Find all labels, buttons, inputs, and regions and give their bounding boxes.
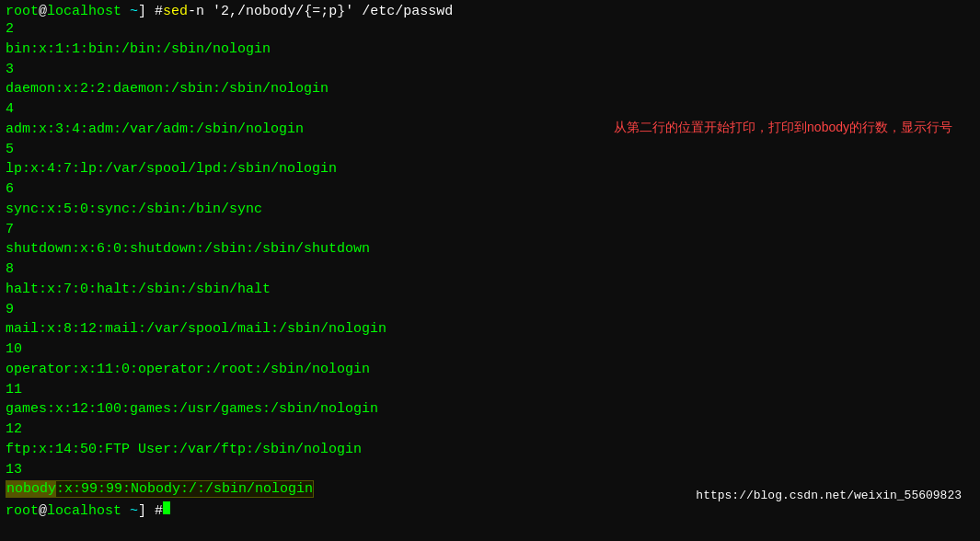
line-8-num: 8 [6,259,974,280]
prompt-user: root [6,4,39,19]
output-block: 2 bin:x:1:1:bin:/bin:/sbin/nologin 3 dae… [6,19,974,500]
blog-link[interactable]: https://blog.csdn.net/weixin_55609823 [696,489,962,502]
last-prompt-hash: ] # [138,503,163,519]
line-4-num: 4 [6,99,974,120]
annotation-text: 从第二行的位置开始打印，打印到nobody的行数，显示行号 [614,120,952,136]
line-7-num: 7 [6,220,974,240]
nobody-rest: :x:99:99:Nobody:/:/sbin/nologin [56,481,313,497]
line-2-num: 2 [6,19,974,40]
line-3-content: daemon:x:2:2:daemon:/sbin:/sbin/nologin [6,79,974,99]
command-prompt-line: root @ localhost ~ ] # sed -n '2,/nobody… [6,4,974,19]
line-13-num: 13 [6,460,974,480]
line-10-content: operator:x:11:0:operator:/root:/sbin/nol… [6,360,974,380]
last-prompt-line: root @ localhost ~ ] # [6,501,974,519]
nobody-highlighted-line: nobody:x:99:99:Nobody:/:/sbin/nologin [6,480,314,498]
prompt-space [121,4,130,19]
prompt-at: @ [39,4,47,19]
line-12-content: ftp:x:14:50:FTP User:/var/ftp:/sbin/nolo… [6,440,974,460]
line-9-content: mail:x:8:12:mail:/var/spool/mail:/sbin/n… [6,319,974,340]
line-5-content: lp:x:4:7:lp:/var/spool/lpd:/sbin/nologin [6,159,974,179]
prompt-host: localhost [47,4,121,19]
line-9-num: 9 [6,300,974,320]
cmd-sed: sed [163,4,188,19]
line-2-content: bin:x:1:1:bin:/bin:/sbin/nologin [6,40,974,60]
prompt-tilde: ~ [130,4,138,19]
line-10-num: 10 [6,340,974,360]
last-prompt-host: localhost [47,503,121,519]
line-3-num: 3 [6,60,974,80]
line-6-content: sync:x:5:0:sync:/sbin:/bin/sync [6,200,974,220]
last-prompt-space [121,503,130,519]
line-7-content: shutdown:x:6:0:shutdown:/sbin:/sbin/shut… [6,239,974,259]
line-11-num: 11 [6,380,974,400]
terminal-cursor [163,501,170,514]
line-5-num: 5 [6,140,974,160]
cmd-rest: -n '2,/nobody/{=;p}' /etc/passwd [188,4,453,19]
terminal-window: root @ localhost ~ ] # sed -n '2,/nobody… [0,0,980,541]
last-prompt-tilde: ~ [130,503,138,519]
line-12-num: 12 [6,420,974,440]
last-prompt-at: @ [39,503,47,519]
last-prompt-user: root [6,503,39,519]
line-11-content: games:x:12:100:games:/usr/games:/sbin/no… [6,399,974,420]
line-6-num: 6 [6,179,974,200]
nobody-text: nobody [6,481,56,497]
line-8-content: halt:x:7:0:halt:/sbin:/sbin/halt [6,280,974,300]
prompt-hash: ] # [138,4,163,19]
